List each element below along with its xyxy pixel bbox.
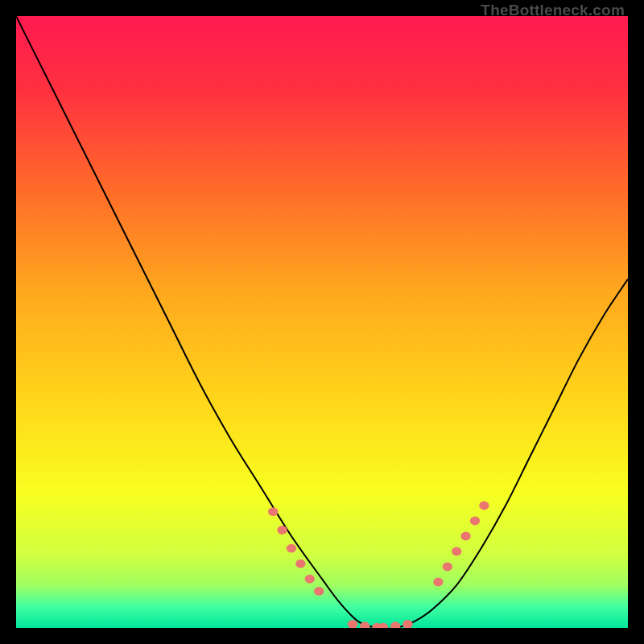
marker-floor (402, 620, 412, 628)
marker-right (460, 532, 470, 541)
curve-markers (268, 502, 489, 628)
plot-area (16, 16, 628, 628)
marker-right (443, 563, 452, 572)
marker-right (433, 578, 443, 587)
marker-floor (390, 621, 400, 628)
chart-frame: TheBottleneck.com (0, 0, 644, 644)
marker-left (295, 559, 305, 568)
marker-right (479, 502, 489, 510)
marker-right (470, 517, 480, 526)
bottleneck-curve (16, 16, 628, 628)
marker-left (314, 587, 324, 596)
marker-left (277, 526, 287, 535)
marker-right (452, 547, 461, 556)
marker-left (287, 544, 296, 553)
marker-floor (348, 620, 357, 628)
chart-svg (16, 16, 628, 628)
marker-left (305, 575, 315, 584)
marker-left (268, 507, 278, 516)
